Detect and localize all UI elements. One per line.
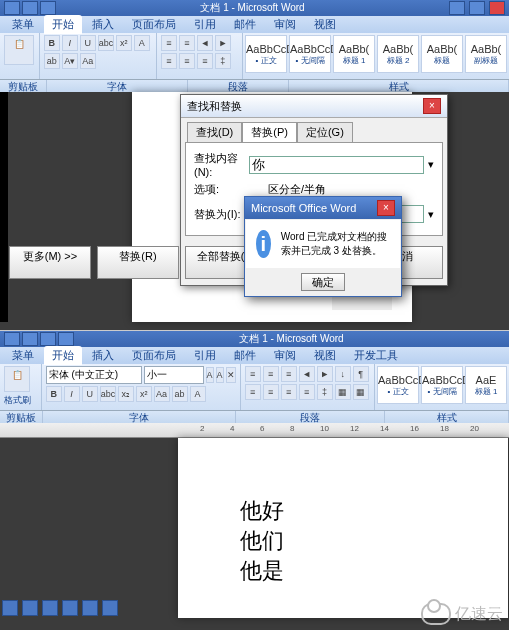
- clear-format-icon[interactable]: Aa: [80, 53, 96, 69]
- sub-button[interactable]: x₂: [118, 386, 134, 402]
- title-bar: 文档 1 - Microsoft Word: [0, 0, 509, 16]
- style-h1[interactable]: AaE标题 1: [465, 366, 507, 404]
- minimize-button[interactable]: [449, 1, 465, 15]
- tab-view[interactable]: 视图: [306, 346, 344, 365]
- grow-font-icon[interactable]: A: [206, 367, 214, 383]
- quick-access[interactable]: [4, 332, 74, 346]
- font-size-select[interactable]: [144, 366, 204, 384]
- numbering-icon[interactable]: ≡: [179, 35, 195, 51]
- tab-home[interactable]: 开始: [44, 346, 82, 365]
- align-left-icon[interactable]: ≡: [161, 53, 177, 69]
- line-spacing-icon[interactable]: ‡: [317, 384, 333, 400]
- style-normal[interactable]: AaBbCcDd• 正文: [245, 35, 287, 73]
- align-left-icon[interactable]: ≡: [245, 384, 261, 400]
- footer-icon[interactable]: [22, 600, 38, 616]
- bullets-icon[interactable]: ≡: [245, 366, 261, 382]
- close-button[interactable]: [489, 1, 505, 15]
- dialog-close-icon[interactable]: ×: [423, 98, 441, 114]
- paste-icon[interactable]: 📋: [4, 35, 34, 65]
- line-spacing-icon[interactable]: ‡: [215, 53, 231, 69]
- style-normal[interactable]: AaBbCcDd• 正文: [377, 366, 419, 404]
- tab-home[interactable]: 开始: [44, 15, 82, 34]
- highlight-icon[interactable]: ab: [172, 386, 188, 402]
- tab-insert[interactable]: 插入: [84, 346, 122, 365]
- footer-icon[interactable]: [62, 600, 78, 616]
- super-button[interactable]: x²: [136, 386, 152, 402]
- style-h2[interactable]: AaBb(标题 2: [377, 35, 419, 73]
- find-dropdown-icon[interactable]: ▾: [428, 158, 434, 171]
- style-nospace[interactable]: AaBbCcDd• 无间隔: [421, 366, 463, 404]
- ok-button[interactable]: 确定: [301, 273, 345, 291]
- quick-access[interactable]: [4, 1, 56, 15]
- borders-icon[interactable]: ▦: [353, 384, 369, 400]
- highlight-icon[interactable]: ab: [44, 53, 60, 69]
- style-nospace[interactable]: AaBbCcDd• 无间隔: [289, 35, 331, 73]
- style-title[interactable]: AaBb(标题: [421, 35, 463, 73]
- underline-button[interactable]: U: [82, 386, 98, 402]
- strike-button[interactable]: abc: [98, 35, 114, 51]
- sort-icon[interactable]: ↓: [335, 366, 351, 382]
- tab-review[interactable]: 审阅: [266, 15, 304, 34]
- tab-layout[interactable]: 页面布局: [124, 15, 184, 34]
- tab-replace[interactable]: 替换(P): [242, 122, 297, 142]
- align-justify-icon[interactable]: ≡: [299, 384, 315, 400]
- indent-inc-icon[interactable]: ►: [317, 366, 333, 382]
- more-button[interactable]: 更多(M) >>: [9, 246, 91, 279]
- italic-button[interactable]: I: [62, 35, 78, 51]
- tab-dev[interactable]: 开发工具: [346, 346, 406, 365]
- super-button[interactable]: x²: [116, 35, 132, 51]
- maximize-button[interactable]: [469, 1, 485, 15]
- style-h1[interactable]: AaBb(标题 1: [333, 35, 375, 73]
- tab-references[interactable]: 引用: [186, 15, 224, 34]
- tab-mail[interactable]: 邮件: [226, 346, 264, 365]
- footer-icon[interactable]: [102, 600, 118, 616]
- font-name-select[interactable]: [46, 366, 142, 384]
- font-color-icon[interactable]: A: [190, 386, 206, 402]
- indent-dec-icon[interactable]: ◄: [197, 35, 213, 51]
- tab-insert[interactable]: 插入: [84, 15, 122, 34]
- paste-icon[interactable]: 📋: [4, 366, 30, 392]
- numbering-icon[interactable]: ≡: [263, 366, 279, 382]
- ruler[interactable]: 2 4 6 8 10 12 14 16 18 20: [0, 423, 509, 438]
- replace-dropdown-icon[interactable]: ▾: [428, 208, 434, 221]
- shrink-font-icon[interactable]: A: [216, 367, 224, 383]
- shading-icon[interactable]: ▦: [335, 384, 351, 400]
- document-page[interactable]: 他好 他们 他是: [178, 438, 508, 618]
- underline-button[interactable]: U: [80, 35, 96, 51]
- find-input[interactable]: [249, 156, 424, 174]
- footer-icon[interactable]: [42, 600, 58, 616]
- bullets-icon[interactable]: ≡: [161, 35, 177, 51]
- font-size-icon[interactable]: A▾: [62, 53, 78, 69]
- style-subtitle[interactable]: AaBb(副标题: [465, 35, 507, 73]
- tab-mail[interactable]: 邮件: [226, 15, 264, 34]
- italic-button[interactable]: I: [64, 386, 80, 402]
- bold-button[interactable]: B: [44, 35, 60, 51]
- clear-format-icon[interactable]: ✕: [226, 367, 236, 383]
- tab-references[interactable]: 引用: [186, 346, 224, 365]
- align-center-icon[interactable]: ≡: [179, 53, 195, 69]
- options-label: 选项:: [194, 182, 264, 197]
- align-right-icon[interactable]: ≡: [281, 384, 297, 400]
- show-marks-icon[interactable]: ¶: [353, 366, 369, 382]
- align-center-icon[interactable]: ≡: [263, 384, 279, 400]
- change-case-icon[interactable]: Aa: [154, 386, 170, 402]
- msgbox-close-icon[interactable]: ×: [377, 200, 395, 216]
- tab-review[interactable]: 审阅: [266, 346, 304, 365]
- tab-menu[interactable]: 菜单: [4, 15, 42, 34]
- format-painter[interactable]: 格式刷: [4, 394, 37, 407]
- bold-button[interactable]: B: [46, 386, 62, 402]
- strike-button[interactable]: abc: [100, 386, 116, 402]
- align-right-icon[interactable]: ≡: [197, 53, 213, 69]
- tab-goto[interactable]: 定位(G): [297, 122, 353, 142]
- tab-layout[interactable]: 页面布局: [124, 346, 184, 365]
- indent-dec-icon[interactable]: ◄: [299, 366, 315, 382]
- replace-button[interactable]: 替换(R): [97, 246, 179, 279]
- footer-icon[interactable]: [82, 600, 98, 616]
- multilevel-icon[interactable]: ≡: [281, 366, 297, 382]
- indent-inc-icon[interactable]: ►: [215, 35, 231, 51]
- tab-menu[interactable]: 菜单: [4, 346, 42, 365]
- font-color-icon[interactable]: A: [134, 35, 150, 51]
- tab-view[interactable]: 视图: [306, 15, 344, 34]
- footer-icon[interactable]: [2, 600, 18, 616]
- tab-find[interactable]: 查找(D): [187, 122, 242, 142]
